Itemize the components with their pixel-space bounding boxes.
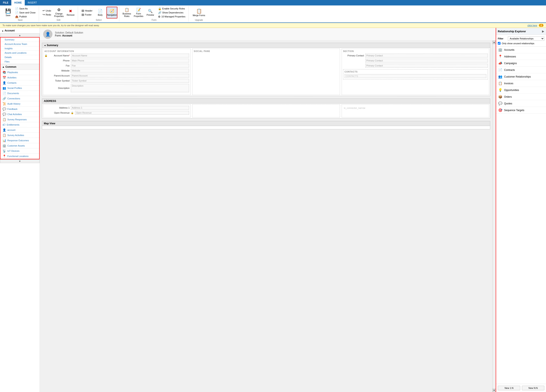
form-avatar: 👤: [43, 30, 52, 39]
phone-input[interactable]: Main Phone: [71, 59, 189, 62]
ribbon-group-form: 📋 Business Rules 📝 Form Properties 🔍 Pre…: [120, 6, 189, 22]
tab-insert[interactable]: INSERT: [25, 0, 40, 6]
primary-contact-input-2[interactable]: Primary Contact: [365, 59, 488, 62]
header-button[interactable]: ▤ Header: [80, 9, 94, 13]
required-icon: *: [69, 54, 70, 57]
save-as-button[interactable]: 📄 Save As: [14, 7, 37, 11]
campaigns-rel-icon: 📣: [498, 61, 502, 65]
nav-item-account-access-team[interactable]: Account Access Team: [0, 42, 39, 46]
nav-item-social-profiles[interactable]: 👥 Social Profiles: [0, 85, 39, 91]
redo-button[interactable]: ↪ Redo: [41, 13, 53, 17]
save-button[interactable]: 💾 Save: [3, 7, 13, 19]
fax-label: Fax: [49, 64, 70, 67]
nav-item-playbooks[interactable]: 📚 Playbooks: [0, 70, 39, 75]
help-icon[interactable]: ?: [542, 2, 544, 6]
nav-item-survey-responses[interactable]: 📋 Survey Responses: [0, 117, 39, 122]
rel-item-opportunities[interactable]: 💡 Opportunities: [496, 87, 546, 93]
nav-item-account[interactable]: 👤 account: [0, 127, 39, 133]
open-revenue-label: Open Revenue: [49, 111, 70, 114]
nav-item-contacts[interactable]: 👤 Contacts: [0, 80, 39, 85]
undo-button[interactable]: ↩ Undo: [41, 9, 53, 13]
description-input[interactable]: Description: [71, 84, 189, 92]
nav-item-details[interactable]: Details: [0, 55, 39, 59]
canvas-scroll-down[interactable]: ▼: [493, 389, 496, 392]
nav-item-feedback[interactable]: 💬 Feedback: [0, 106, 39, 112]
tab-file[interactable]: FILE: [0, 0, 11, 6]
new-nn-button[interactable]: New N:N: [522, 386, 544, 390]
merge-forms-button[interactable]: 📋 Merge Forms: [191, 7, 207, 19]
select-group-label: Select: [96, 19, 102, 21]
form-properties-button[interactable]: 📝 Form Properties: [133, 7, 144, 19]
left-nav-inner: Summary Account Access Team Insights Ass…: [0, 37, 40, 159]
nav-item-entitlements[interactable]: 🏷 Entitlements: [0, 122, 39, 127]
save-close-button[interactable]: 📄 Save and Close: [14, 11, 37, 14]
contacts-label: Contacts: [7, 82, 16, 84]
summary-section-header: ◄ Summary: [42, 43, 490, 48]
rel-item-orders[interactable]: 📦 Orders: [496, 93, 546, 100]
filter-checkbox[interactable]: [498, 42, 500, 45]
common-triangle-icon: ▲: [2, 65, 5, 68]
footer-button[interactable]: ▤ Footer: [80, 13, 94, 17]
new-1n-button[interactable]: New 1:N: [498, 386, 520, 390]
business-rules-button[interactable]: 📋 Business Rules: [121, 7, 132, 19]
nav-item-assets-locations[interactable]: Assets and Locations: [0, 51, 39, 55]
nav-item-summary[interactable]: Summary: [0, 38, 39, 42]
parent-account-input[interactable]: Parent Account: [71, 74, 189, 78]
navigation-button[interactable]: 🧭 Navigation: [106, 7, 117, 19]
canvas-scroll-up[interactable]: ▲: [493, 41, 496, 44]
notification-link[interactable]: click here: [527, 24, 537, 27]
primary-contact-input-3[interactable]: Primary Contact: [365, 64, 488, 67]
redo-label: Redo: [46, 13, 51, 16]
filter-select[interactable]: Available Relationships All Relationship…: [508, 36, 544, 41]
enable-security-button[interactable]: 🔒 Enable Security Roles: [156, 7, 187, 11]
nav-item-connections[interactable]: 🔗 Connections: [0, 96, 39, 101]
website-input[interactable]: Website: [71, 69, 189, 72]
primary-contact-input[interactable]: Primary Contact: [365, 54, 488, 58]
ticker-input[interactable]: Ticker Symbol: [71, 79, 189, 83]
nav-item-activities[interactable]: 📅 Activities: [0, 75, 39, 80]
managed-props-button[interactable]: ⚙ 10 Managed Properties: [156, 15, 187, 19]
nav-item-insights[interactable]: Insights: [0, 46, 39, 51]
parent-account-label: Parent Account: [49, 74, 70, 77]
field-row-address1: Address 1 Address 1: [45, 106, 189, 110]
nav-item-chat-activities[interactable]: 💬 Chat Activities: [0, 112, 39, 117]
address-column: Address 1 Address 1 Open Revenue 🔒 Open …: [43, 105, 190, 118]
nav-item-documents[interactable]: 📄 Documents: [0, 91, 39, 96]
rel-item-customer-relationships[interactable]: 👥 Customer Relationships: [496, 73, 546, 80]
nav-item-audit-history[interactable]: 📜 Audit History: [0, 101, 39, 106]
nav-item-survey-activities[interactable]: 📋 Survey Activities: [0, 133, 39, 138]
rel-item-quotes[interactable]: 💬 Quotes: [496, 100, 546, 107]
show-dependencies-button[interactable]: 🔗 Show Dependencies: [156, 11, 187, 14]
rel-item-sequence-targets[interactable]: 🎯 Sequence Targets: [496, 107, 546, 114]
remove-button[interactable]: ✖ Remove: [65, 7, 76, 19]
rel-item-addresses[interactable]: 📍 Addresses: [496, 53, 546, 60]
tab-home[interactable]: HOME: [11, 0, 25, 6]
rel-item-invoices[interactable]: 📋 Invoices: [496, 80, 546, 87]
publish-button[interactable]: 📤 Publish: [14, 15, 37, 19]
nav-item-iot-devices[interactable]: 📡 IoT Devices: [0, 148, 39, 154]
preview-button[interactable]: 🔍 Preview: [145, 7, 156, 19]
right-panel-expand-btn[interactable]: ▶: [542, 30, 544, 33]
body-button[interactable]: 📄 Body: [95, 7, 106, 19]
fax-input[interactable]: Fax: [71, 64, 189, 67]
account-label: account: [7, 129, 15, 131]
nav-down-arrow[interactable]: ▼: [0, 159, 40, 163]
rel-item-contracts[interactable]: 📄 Contracts: [496, 67, 546, 73]
nav-item-functional-locations[interactable]: 📍 Functional Locations: [0, 154, 39, 159]
form-title-area: Solution: Default Solution Form: Account: [55, 31, 83, 37]
nav-item-response-outcomes[interactable]: 📊 Response Outcomes: [0, 138, 39, 143]
account-info-label: ACCOUNT INFORMATION: [45, 50, 189, 52]
customer-rel-icon: 👥: [498, 75, 502, 78]
nav-item-customer-assets[interactable]: 🏢 Customer Assets: [0, 143, 39, 148]
nav-up-arrow[interactable]: ▲: [0, 33, 40, 37]
account-name-input[interactable]: Account Name: [71, 54, 189, 58]
address1-input[interactable]: Address 1: [71, 106, 189, 110]
rel-item-accounts[interactable]: 🏢 Accounts: [496, 46, 546, 53]
nav-item-files[interactable]: Files: [0, 59, 39, 64]
open-revenue-input[interactable]: Open Revenue: [75, 111, 189, 115]
enable-security-label: Enable Security Roles: [162, 7, 185, 10]
change-props-label: Change Properties: [54, 13, 64, 18]
rel-item-campaigns[interactable]: 📣 Campaigns: [496, 60, 546, 67]
change-properties-button[interactable]: ⚙ Change Properties: [53, 7, 64, 19]
iot-devices-icon: 📡: [2, 149, 6, 153]
